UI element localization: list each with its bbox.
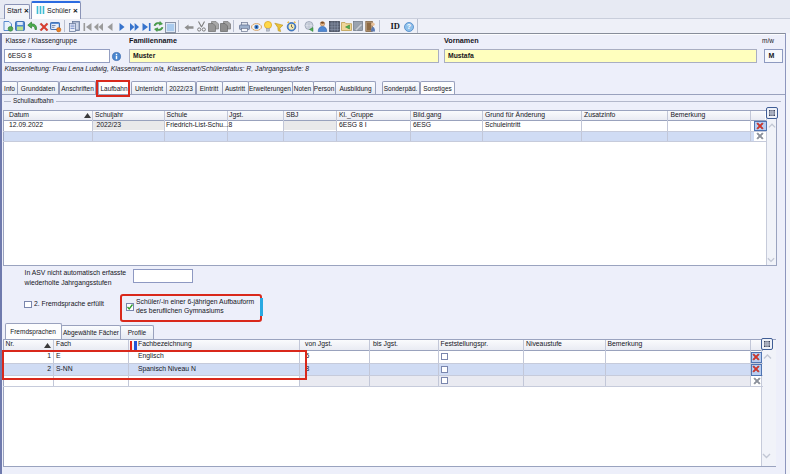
svg-text:?: ? <box>407 23 411 30</box>
